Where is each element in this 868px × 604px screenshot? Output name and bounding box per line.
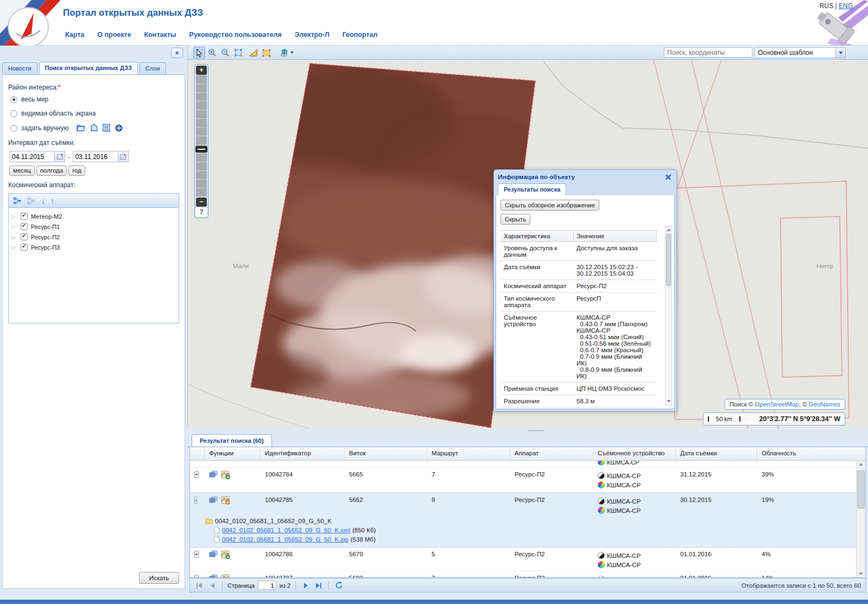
- last-page-button[interactable]: [314, 581, 324, 590]
- col-property[interactable]: Характеристика: [500, 231, 573, 242]
- col-id[interactable]: Идентификатор: [261, 447, 345, 460]
- close-icon[interactable]: [664, 173, 673, 181]
- nav-about[interactable]: О проекте: [97, 31, 131, 39]
- draw-polygon-icon[interactable]: [90, 124, 98, 132]
- quick-year-button[interactable]: год: [68, 166, 85, 176]
- nav-contacts[interactable]: Контакты: [144, 31, 176, 39]
- file-link[interactable]: 0042_0102_05681_1_05652_09_G_50_K.xml: [222, 527, 350, 533]
- lang-eng[interactable]: ENG: [839, 2, 853, 10]
- tab-search-results[interactable]: Результат поиска (60): [192, 434, 272, 447]
- nav-geoportal[interactable]: Геопортал: [343, 31, 378, 39]
- table-row[interactable]: + 10042786 5679 5 Ресурс-П2 КШМСА-СР КШМ…: [190, 548, 856, 571]
- prev-page-button[interactable]: [207, 581, 217, 590]
- coordinates-list-icon[interactable]: [103, 124, 110, 132]
- radio-manual-area[interactable]: задать вручную: [10, 124, 179, 132]
- calendar-icon[interactable]: [118, 151, 128, 162]
- tree-item-resurs-p1[interactable]: ▷ Ресурс-П1: [11, 221, 176, 232]
- col-functions[interactable]: Функции: [205, 447, 261, 460]
- radio-icon[interactable]: [10, 96, 17, 103]
- expand-all-icon[interactable]: [13, 197, 22, 205]
- row-expand-icon[interactable]: +: [194, 575, 199, 577]
- move-down-icon[interactable]: ↓: [41, 196, 45, 205]
- tree-item-meteor-m2[interactable]: ▷ Метеор-М2: [11, 211, 176, 221]
- col-satellite[interactable]: Аппарат: [510, 447, 593, 460]
- calendar-icon[interactable]: [54, 151, 65, 162]
- share-link-button[interactable]: [278, 47, 295, 59]
- tree-item-resurs-p2[interactable]: ▷ Ресурс-П2: [11, 232, 176, 242]
- horizontal-splitter[interactable]: [187, 429, 868, 433]
- col-device[interactable]: Съёмочное устройство: [593, 447, 676, 460]
- pointer-tool-button[interactable]: [193, 47, 205, 59]
- show-on-map-icon[interactable]: [209, 550, 218, 558]
- first-page-button[interactable]: [194, 581, 204, 590]
- next-page-button[interactable]: [301, 581, 311, 590]
- checkbox-icon[interactable]: [21, 223, 28, 230]
- sidebar-collapse-button[interactable]: «: [171, 48, 183, 58]
- tree-expand-icon[interactable]: ▷: [12, 214, 17, 219]
- col-route[interactable]: Маршрут: [427, 447, 510, 460]
- remove-from-map-icon[interactable]: [221, 496, 230, 505]
- scene-folder[interactable]: 0042_0102_05681_1_05652_09_G_50_K: [205, 516, 856, 525]
- radio-icon[interactable]: [10, 110, 17, 117]
- chevron-down-icon[interactable]: [835, 48, 845, 58]
- tab-layers[interactable]: Слои: [140, 62, 166, 74]
- zoom-in-tool-button[interactable]: [206, 47, 218, 59]
- table-row[interactable]: + 10042787 5680 7 Ресурс-П2 КШМСА-СР КШМ…: [190, 571, 856, 577]
- col-clouds[interactable]: Облачность: [757, 447, 865, 460]
- footprint-outline[interactable]: [781, 217, 842, 377]
- grid-scrollbar[interactable]: [856, 461, 865, 577]
- zoom-out-tool-button[interactable]: [219, 47, 231, 59]
- col-orbit[interactable]: Виток: [345, 447, 427, 460]
- globe-extent-icon[interactable]: [115, 124, 123, 132]
- radio-icon[interactable]: [10, 125, 17, 132]
- table-row[interactable]: + 10042784 5665 7 Ресурс-П2 КШМСА-СР КШМ…: [190, 468, 856, 493]
- scrollbar-thumb[interactable]: [857, 471, 865, 508]
- file-link[interactable]: 0042_0102_05681_1_05652_09_G_50_K.zip: [222, 536, 349, 543]
- popup-scrollbar[interactable]: [665, 226, 672, 405]
- show-on-map-icon[interactable]: [209, 496, 218, 504]
- show-on-map-icon[interactable]: [209, 574, 218, 577]
- row-collapse-icon[interactable]: -: [194, 497, 197, 504]
- measure-distance-button[interactable]: [248, 47, 259, 59]
- lang-rus[interactable]: RUS: [820, 2, 833, 10]
- nav-guide[interactable]: Руководство пользователя: [189, 31, 282, 39]
- popup-tab-search-results[interactable]: Результаты поиска: [498, 183, 566, 196]
- table-row-selected[interactable]: - 10042785 5652 9 Ресурс-П2 КШМСА-СР КШМ…: [190, 493, 856, 548]
- tree-expand-icon[interactable]: ▷: [12, 245, 17, 250]
- zoom-in-button[interactable]: +: [196, 66, 207, 75]
- popup-titlebar[interactable]: Информация по объекту: [496, 171, 675, 182]
- quick-month-button[interactable]: месяц: [9, 166, 35, 176]
- refresh-button[interactable]: [334, 581, 344, 590]
- move-up-icon[interactable]: ↑: [50, 196, 54, 205]
- open-file-icon[interactable]: [77, 124, 86, 132]
- hide-button[interactable]: Скрыть: [500, 214, 530, 225]
- zoom-slider[interactable]: [196, 75, 207, 197]
- radio-visible-area[interactable]: видимая область экрана: [10, 110, 179, 117]
- add-to-map-icon[interactable]: [221, 471, 230, 479]
- measure-area-button[interactable]: [261, 47, 273, 59]
- template-select[interactable]: Основной шаблон: [755, 47, 846, 58]
- zoom-slider-thumb[interactable]: [195, 146, 207, 152]
- tree-expand-icon[interactable]: ▷: [12, 224, 17, 230]
- checkbox-icon[interactable]: [21, 233, 28, 240]
- col-value[interactable]: Значение: [573, 231, 657, 242]
- radio-whole-world[interactable]: весь мир: [10, 96, 179, 103]
- add-to-map-icon[interactable]: [221, 550, 230, 559]
- geonames-link[interactable]: GeoNames: [809, 401, 840, 408]
- zoom-out-button[interactable]: −: [196, 198, 207, 207]
- row-expand-icon[interactable]: +: [194, 471, 199, 478]
- scrollbar-thumb[interactable]: [666, 234, 671, 286]
- checkbox-icon[interactable]: [21, 244, 28, 251]
- osm-link[interactable]: OpenStreetMap: [755, 401, 799, 408]
- hide-overview-button[interactable]: Скрыть обзорное изображение: [500, 200, 599, 211]
- nav-map[interactable]: Карта: [65, 31, 84, 39]
- nav-electro[interactable]: Электро-Л: [295, 31, 330, 39]
- page-number-input[interactable]: [258, 581, 276, 590]
- search-button[interactable]: Искать: [139, 572, 179, 584]
- date-to-input[interactable]: [73, 151, 118, 162]
- tab-news[interactable]: Новости: [2, 62, 37, 74]
- show-on-map-icon[interactable]: [209, 471, 218, 478]
- collapse-all-icon[interactable]: [27, 197, 36, 205]
- add-to-map-icon[interactable]: [221, 574, 230, 577]
- tree-expand-icon[interactable]: ▷: [12, 234, 17, 240]
